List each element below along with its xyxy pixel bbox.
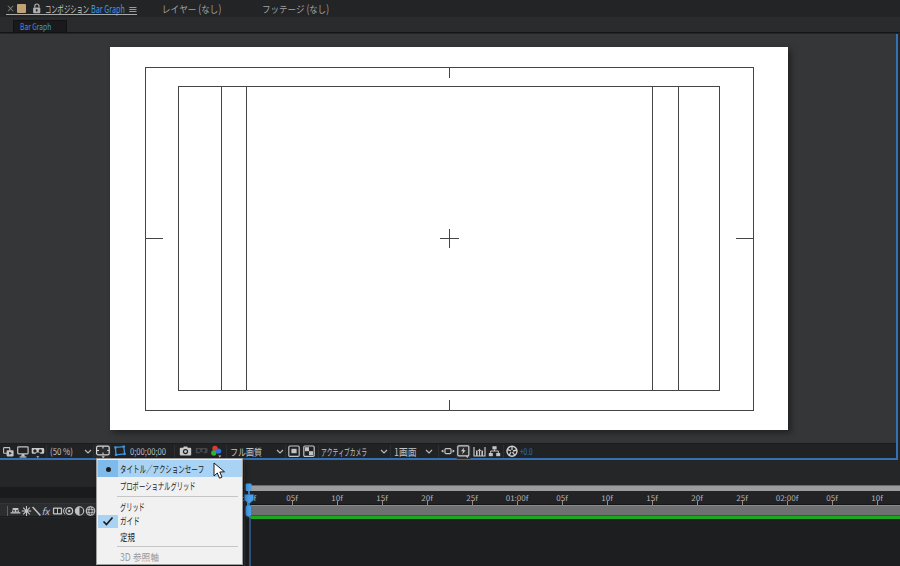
menu-gutter [98, 460, 118, 477]
region-of-interest-icon[interactable] [288, 444, 300, 459]
menu-item-3d-reference-axes: 3D 参照軸 [97, 549, 242, 564]
show-channel-rgb-icon[interactable] [210, 444, 224, 459]
toolbar-separator [285, 445, 286, 458]
view-layout-popup[interactable]: 1画面 [394, 444, 416, 459]
effects-fx-icon[interactable]: fx [41, 505, 52, 517]
cti-line [249, 518, 251, 566]
adjustment-layer-icon[interactable] [74, 505, 85, 517]
composition-flowchart-icon[interactable] [488, 444, 501, 459]
reset-exposure-icon[interactable] [506, 444, 518, 459]
vr-goggles-preview-icon[interactable] [31, 444, 45, 459]
radio-bullet-icon [106, 467, 111, 472]
always-preview-icon[interactable] [3, 444, 14, 459]
grid-guide-options-button[interactable] [95, 444, 111, 459]
viewer-lock-icon[interactable] [32, 3, 42, 14]
menu-item-label: ガイド [120, 514, 140, 527]
active-tab-underline [6, 14, 137, 15]
menu-item-label: 定規 [120, 529, 135, 544]
menu-gutter [98, 549, 118, 564]
tab-layer[interactable]: レイヤー (なし) [162, 1, 221, 16]
snapshot-camera-icon[interactable] [179, 444, 192, 459]
switches-separator [7, 506, 8, 516]
timeline-track-area [246, 519, 900, 566]
toolbar-separator [226, 445, 227, 458]
3d-layer-icon[interactable] [85, 505, 96, 517]
mask-visibility-toggle-icon[interactable] [113, 444, 126, 459]
timeline-button-icon[interactable] [473, 444, 486, 459]
pixel-aspect-correction-icon[interactable] [441, 444, 455, 459]
tab-footage[interactable]: フッテージ (なし) [262, 1, 329, 16]
toolbar-separator [438, 445, 439, 458]
panel-tab-bar: × コンポジション Bar Graph ≡ レイヤー (なし) フッテージ (な… [0, 0, 900, 17]
menu-item-label: グリッド [120, 499, 145, 514]
shy-icon[interactable] [10, 505, 21, 517]
toolbar-separator [318, 445, 319, 458]
menu-item-grid[interactable]: グリッド [97, 499, 242, 514]
title-action-safe-guides [110, 47, 788, 430]
menu-item-rulers[interactable]: 定規 [97, 529, 242, 544]
mouse-cursor-icon [213, 462, 227, 480]
toolbar-separator [93, 445, 94, 458]
fast-previews-button[interactable] [456, 444, 471, 459]
time-ruler[interactable]: 0:00f05f10f15f20f25f01:00f05f10f15f20f25… [246, 491, 900, 505]
composition-viewer: (50 %) [0, 34, 898, 460]
menu-gutter [98, 515, 118, 528]
toolbar-separator [390, 445, 391, 458]
composition-toolbar: (50 %) [0, 443, 896, 458]
menu-separator [117, 496, 238, 497]
current-time-display[interactable]: 0;00;00;00 [130, 444, 166, 459]
checkmark-icon [98, 515, 118, 528]
magnification-popup[interactable]: (50 %) [50, 444, 73, 459]
toolbar-separator [174, 445, 175, 458]
panel-grip-icon [17, 4, 26, 13]
viewer-tab-bar-graph[interactable]: Bar Graph [13, 20, 67, 33]
work-area-bar[interactable] [247, 505, 900, 516]
current-time-indicator[interactable] [243, 483, 255, 518]
menu-gutter [98, 499, 118, 514]
toolbar-separator [503, 445, 504, 458]
transparency-grid-icon[interactable] [303, 444, 315, 459]
after-effects-window: × コンポジション Bar Graph ≡ レイヤー (なし) フッテージ (な… [0, 0, 900, 566]
svg-text:fx: fx [42, 505, 51, 517]
primary-viewer-icon[interactable] [17, 444, 29, 459]
motion-blur-icon[interactable] [63, 505, 74, 517]
show-snapshot-icon[interactable] [195, 444, 208, 459]
menu-item-label: 3D 参照軸 [120, 549, 159, 564]
menu-item-label: タイトル／アクションセーフ [120, 460, 204, 477]
menu-gutter [98, 477, 118, 494]
viewer-tab-label: Bar Graph [20, 21, 51, 32]
composition-canvas[interactable] [110, 47, 788, 430]
3d-view-popup[interactable]: アクティブカメラ [321, 444, 367, 459]
exposure-adjustment[interactable]: +0.0 [520, 444, 533, 459]
resolution-popup[interactable]: フル画質 [230, 444, 262, 459]
toolbar-separator [46, 445, 47, 458]
menu-separator [117, 546, 238, 547]
viewer-tab-strip: Bar Graph [0, 17, 900, 33]
frame-blend-icon[interactable] [52, 505, 63, 517]
timeline-right: 0:00f05f10f15f20f25f01:00f05f10f15f20f25… [246, 460, 900, 566]
menu-item-label: プロポーショナルグリッド [120, 477, 196, 494]
menu-gutter [98, 529, 118, 544]
menu-item-guides[interactable]: ガイド [97, 514, 242, 529]
